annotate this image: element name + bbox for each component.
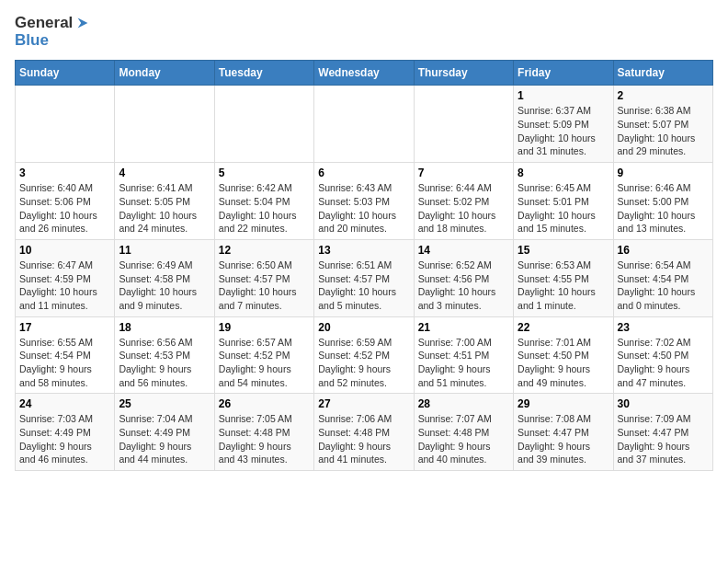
- day-info: Sunrise: 6:56 AM Sunset: 4:53 PM Dayligh…: [119, 336, 210, 390]
- day-number: 20: [318, 321, 409, 334]
- calendar-cell: 15Sunrise: 6:53 AM Sunset: 4:55 PM Dayli…: [514, 239, 613, 316]
- day-number: 23: [618, 321, 709, 334]
- weekday-header-friday: Friday: [514, 61, 613, 86]
- day-number: 6: [318, 167, 409, 179]
- calendar-cell: 3Sunrise: 6:40 AM Sunset: 5:06 PM Daylig…: [16, 163, 115, 240]
- calendar-cell: 25Sunrise: 7:04 AM Sunset: 4:49 PM Dayli…: [115, 394, 214, 471]
- day-info: Sunrise: 6:42 AM Sunset: 5:04 PM Dayligh…: [219, 181, 310, 236]
- day-info: Sunrise: 7:00 AM Sunset: 4:51 PM Dayligh…: [418, 336, 509, 390]
- day-info: Sunrise: 6:53 AM Sunset: 4:55 PM Dayligh…: [518, 259, 609, 313]
- day-number: 12: [219, 244, 310, 257]
- calendar-cell: 29Sunrise: 7:08 AM Sunset: 4:47 PM Dayli…: [514, 394, 613, 471]
- day-info: Sunrise: 6:52 AM Sunset: 4:56 PM Dayligh…: [418, 259, 509, 313]
- day-info: Sunrise: 6:51 AM Sunset: 4:57 PM Dayligh…: [318, 259, 409, 313]
- logo-general-text: General: [15, 15, 73, 32]
- week-row-2: 3Sunrise: 6:40 AM Sunset: 5:06 PM Daylig…: [16, 163, 713, 240]
- calendar-cell: 4Sunrise: 6:41 AM Sunset: 5:05 PM Daylig…: [115, 163, 214, 240]
- day-number: 27: [318, 397, 409, 410]
- day-number: 1: [518, 89, 609, 102]
- day-number: 22: [518, 321, 609, 334]
- day-number: 5: [219, 167, 310, 179]
- day-info: Sunrise: 6:45 AM Sunset: 5:01 PM Dayligh…: [518, 181, 609, 236]
- day-info: Sunrise: 7:07 AM Sunset: 4:48 PM Dayligh…: [418, 412, 509, 466]
- day-info: Sunrise: 7:09 AM Sunset: 4:47 PM Dayligh…: [618, 412, 709, 466]
- weekday-header-tuesday: Tuesday: [214, 61, 313, 86]
- logo: General Blue: [15, 15, 91, 49]
- day-number: 28: [418, 397, 509, 410]
- calendar-cell: [214, 86, 313, 163]
- calendar-cell: 12Sunrise: 6:50 AM Sunset: 4:57 PM Dayli…: [214, 239, 313, 316]
- day-number: 3: [19, 167, 110, 179]
- calendar-cell: 10Sunrise: 6:47 AM Sunset: 4:59 PM Dayli…: [16, 239, 115, 316]
- day-info: Sunrise: 6:37 AM Sunset: 5:09 PM Dayligh…: [518, 104, 609, 158]
- weekday-header-sunday: Sunday: [16, 61, 115, 86]
- day-info: Sunrise: 6:57 AM Sunset: 4:52 PM Dayligh…: [219, 336, 310, 390]
- calendar-cell: 17Sunrise: 6:55 AM Sunset: 4:54 PM Dayli…: [16, 316, 115, 394]
- calendar-cell: 21Sunrise: 7:00 AM Sunset: 4:51 PM Dayli…: [414, 316, 513, 394]
- day-number: 11: [119, 244, 210, 257]
- day-number: 21: [418, 321, 509, 334]
- day-number: 13: [318, 244, 409, 257]
- calendar-cell: [115, 86, 214, 163]
- week-row-1: 1Sunrise: 6:37 AM Sunset: 5:09 PM Daylig…: [16, 86, 713, 163]
- day-info: Sunrise: 7:08 AM Sunset: 4:47 PM Dayligh…: [518, 412, 609, 466]
- day-info: Sunrise: 7:04 AM Sunset: 4:49 PM Dayligh…: [119, 412, 210, 466]
- calendar-cell: 22Sunrise: 7:01 AM Sunset: 4:50 PM Dayli…: [514, 316, 613, 394]
- day-number: 14: [418, 244, 509, 257]
- calendar-cell: 16Sunrise: 6:54 AM Sunset: 4:54 PM Dayli…: [613, 239, 712, 316]
- calendar-cell: 19Sunrise: 6:57 AM Sunset: 4:52 PM Dayli…: [214, 316, 313, 394]
- calendar-cell: 30Sunrise: 7:09 AM Sunset: 4:47 PM Dayli…: [613, 394, 712, 471]
- week-row-3: 10Sunrise: 6:47 AM Sunset: 4:59 PM Dayli…: [16, 239, 713, 316]
- weekday-header-row: SundayMondayTuesdayWednesdayThursdayFrid…: [16, 61, 713, 86]
- calendar-cell: [414, 86, 513, 163]
- week-row-4: 17Sunrise: 6:55 AM Sunset: 4:54 PM Dayli…: [16, 316, 713, 394]
- calendar-cell: [314, 86, 414, 163]
- day-info: Sunrise: 6:47 AM Sunset: 4:59 PM Dayligh…: [19, 259, 110, 313]
- day-number: 10: [19, 244, 110, 257]
- weekday-header-saturday: Saturday: [613, 61, 712, 86]
- day-info: Sunrise: 6:40 AM Sunset: 5:06 PM Dayligh…: [19, 181, 110, 236]
- svg-marker-0: [78, 18, 88, 29]
- day-info: Sunrise: 6:44 AM Sunset: 5:02 PM Dayligh…: [418, 181, 509, 236]
- calendar-cell: 1Sunrise: 6:37 AM Sunset: 5:09 PM Daylig…: [514, 86, 613, 163]
- week-row-5: 24Sunrise: 7:03 AM Sunset: 4:49 PM Dayli…: [16, 394, 713, 471]
- day-info: Sunrise: 6:41 AM Sunset: 5:05 PM Dayligh…: [119, 181, 210, 236]
- day-info: Sunrise: 7:06 AM Sunset: 4:48 PM Dayligh…: [318, 412, 409, 466]
- calendar-cell: 8Sunrise: 6:45 AM Sunset: 5:01 PM Daylig…: [514, 163, 613, 240]
- page-header: General Blue: [15, 15, 713, 49]
- day-number: 7: [418, 167, 509, 179]
- calendar-cell: [16, 86, 115, 163]
- calendar-cell: 9Sunrise: 6:46 AM Sunset: 5:00 PM Daylig…: [613, 163, 712, 240]
- logo-blue-text: Blue: [15, 31, 49, 49]
- logo-arrow-icon: [74, 15, 91, 31]
- calendar-table: SundayMondayTuesdayWednesdayThursdayFrid…: [15, 60, 713, 471]
- day-info: Sunrise: 7:01 AM Sunset: 4:50 PM Dayligh…: [518, 336, 609, 390]
- day-info: Sunrise: 6:59 AM Sunset: 4:52 PM Dayligh…: [318, 336, 409, 390]
- calendar-cell: 23Sunrise: 7:02 AM Sunset: 4:50 PM Dayli…: [613, 316, 712, 394]
- logo-text: General Blue: [15, 15, 91, 49]
- day-number: 8: [518, 167, 609, 179]
- day-number: 24: [19, 397, 110, 410]
- day-number: 29: [518, 397, 609, 410]
- calendar-cell: 24Sunrise: 7:03 AM Sunset: 4:49 PM Dayli…: [16, 394, 115, 471]
- day-info: Sunrise: 7:02 AM Sunset: 4:50 PM Dayligh…: [618, 336, 709, 390]
- day-number: 15: [518, 244, 609, 257]
- day-number: 25: [119, 397, 210, 410]
- weekday-header-wednesday: Wednesday: [314, 61, 414, 86]
- day-info: Sunrise: 6:50 AM Sunset: 4:57 PM Dayligh…: [219, 259, 310, 313]
- weekday-header-thursday: Thursday: [414, 61, 513, 86]
- calendar-cell: 11Sunrise: 6:49 AM Sunset: 4:58 PM Dayli…: [115, 239, 214, 316]
- day-number: 16: [618, 244, 709, 257]
- day-info: Sunrise: 6:55 AM Sunset: 4:54 PM Dayligh…: [19, 336, 110, 390]
- day-info: Sunrise: 6:49 AM Sunset: 4:58 PM Dayligh…: [119, 259, 210, 313]
- calendar-cell: 13Sunrise: 6:51 AM Sunset: 4:57 PM Dayli…: [314, 239, 414, 316]
- day-info: Sunrise: 6:38 AM Sunset: 5:07 PM Dayligh…: [618, 104, 709, 158]
- day-number: 17: [19, 321, 110, 334]
- day-number: 4: [119, 167, 210, 179]
- calendar-cell: 14Sunrise: 6:52 AM Sunset: 4:56 PM Dayli…: [414, 239, 513, 316]
- day-info: Sunrise: 7:03 AM Sunset: 4:49 PM Dayligh…: [19, 412, 110, 466]
- day-info: Sunrise: 6:54 AM Sunset: 4:54 PM Dayligh…: [618, 259, 709, 313]
- weekday-header-monday: Monday: [115, 61, 214, 86]
- day-info: Sunrise: 6:46 AM Sunset: 5:00 PM Dayligh…: [618, 181, 709, 236]
- day-info: Sunrise: 7:05 AM Sunset: 4:48 PM Dayligh…: [219, 412, 310, 466]
